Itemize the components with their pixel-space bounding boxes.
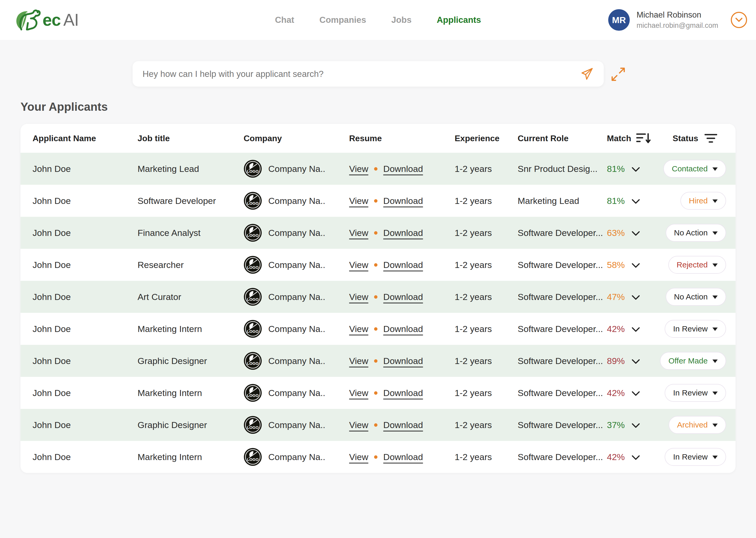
expand-button[interactable]	[611, 67, 625, 81]
col-header-status: Status	[657, 133, 726, 143]
dot-separator-icon	[374, 391, 377, 395]
download-link[interactable]: Download	[383, 420, 423, 430]
status-cell: Archived	[657, 416, 726, 434]
download-link[interactable]: Download	[383, 260, 423, 270]
nav-companies[interactable]: Companies	[319, 15, 366, 25]
download-link[interactable]: Download	[383, 388, 423, 398]
current-role-cell: Marketing Lead	[518, 196, 607, 206]
col-header-match: Match	[607, 133, 657, 144]
view-link[interactable]: View	[349, 388, 368, 398]
avatar[interactable]: MR	[608, 9, 630, 31]
match-chevron-icon[interactable]	[631, 423, 640, 428]
download-link[interactable]: Download	[383, 164, 423, 174]
status-cell: Hired	[657, 192, 726, 210]
match-cell: 89%	[607, 356, 657, 366]
applicant-name-cell: John Doe	[32, 388, 137, 398]
expand-icon	[611, 67, 625, 81]
view-link[interactable]: View	[349, 324, 368, 334]
match-value: 63%	[607, 228, 625, 238]
table-row: John Doe Marketing Intern LOGO Company N…	[21, 441, 735, 473]
match-value: 58%	[607, 260, 625, 270]
table-row: John Doe Graphic Designer LOGO Company N…	[21, 345, 735, 377]
applicants-table: Applicant Name Job title Company Resume …	[21, 124, 735, 473]
profile-menu-button[interactable]	[731, 12, 747, 28]
status-pill[interactable]: In Review	[665, 384, 726, 402]
match-chevron-icon[interactable]	[631, 359, 640, 364]
view-link[interactable]: View	[349, 228, 368, 238]
status-pill[interactable]: Offer Made	[660, 352, 726, 370]
company-name: Company Na..	[268, 324, 325, 334]
match-value: 42%	[607, 388, 625, 398]
view-link[interactable]: View	[349, 260, 368, 270]
applicant-name-cell: John Doe	[32, 228, 137, 238]
download-link[interactable]: Download	[383, 452, 423, 462]
status-pill[interactable]: Rejected	[668, 256, 726, 274]
match-chevron-icon[interactable]	[631, 327, 640, 332]
table-header-row: Applicant Name Job title Company Resume …	[21, 124, 735, 153]
applicant-name-cell: John Doe	[32, 292, 137, 302]
brand-logo[interactable]: ecAI	[14, 0, 79, 40]
view-link[interactable]: View	[349, 356, 368, 366]
status-pill[interactable]: In Review	[665, 448, 726, 466]
status-pill[interactable]: Contacted	[663, 160, 726, 178]
view-link[interactable]: View	[349, 196, 368, 206]
company-logo-icon: LOGO	[243, 160, 262, 178]
status-pill[interactable]: No Action	[666, 288, 726, 306]
view-link[interactable]: View	[349, 420, 368, 430]
status-pill[interactable]: Hired	[680, 192, 726, 210]
match-value: 47%	[607, 292, 625, 302]
match-value: 42%	[607, 452, 625, 462]
match-chevron-icon[interactable]	[631, 199, 640, 204]
match-chevron-icon[interactable]	[631, 167, 640, 172]
current-role-cell: Software Developer...	[518, 356, 607, 366]
status-label: Hired	[689, 196, 708, 205]
match-cell: 42%	[607, 324, 657, 334]
resume-cell: View Download	[349, 228, 455, 238]
applicant-name-cell: John Doe	[32, 324, 137, 334]
current-role-cell: Snr Product Desig...	[518, 164, 607, 174]
match-chevron-icon[interactable]	[631, 295, 640, 300]
download-link[interactable]: Download	[383, 292, 423, 302]
status-pill[interactable]: In Review	[665, 320, 726, 338]
match-chevron-icon[interactable]	[631, 391, 640, 396]
applicant-name-cell: John Doe	[32, 356, 137, 366]
match-chevron-icon[interactable]	[631, 455, 640, 460]
resume-cell: View Download	[349, 420, 455, 430]
status-pill[interactable]: No Action	[666, 224, 726, 242]
job-title-cell: Graphic Designer	[137, 420, 243, 430]
sort-icon[interactable]	[636, 133, 651, 144]
send-button[interactable]	[580, 67, 594, 81]
status-cell: No Action	[657, 288, 726, 306]
applicant-name-cell: John Doe	[32, 452, 137, 462]
status-cell: No Action	[657, 224, 726, 242]
job-title-cell: Software Developer	[137, 196, 243, 206]
nav-applicants[interactable]: Applicants	[437, 15, 481, 25]
download-link[interactable]: Download	[383, 324, 423, 334]
company-cell: LOGO Company Na..	[243, 256, 349, 274]
status-cell: Rejected	[657, 256, 726, 274]
experience-cell: 1-2 years	[455, 196, 518, 206]
download-link[interactable]: Download	[383, 196, 423, 206]
match-chevron-icon[interactable]	[631, 263, 640, 268]
svg-text:LOGO: LOGO	[247, 265, 258, 270]
dot-separator-icon	[374, 359, 377, 363]
view-link[interactable]: View	[349, 452, 368, 462]
job-title-cell: Art Curator	[137, 292, 243, 302]
company-logo-icon: LOGO	[243, 191, 262, 210]
nav-chat[interactable]: Chat	[275, 15, 294, 25]
filter-icon[interactable]	[705, 133, 717, 143]
resume-cell: View Download	[349, 260, 455, 270]
assistant-input[interactable]	[133, 61, 580, 86]
download-link[interactable]: Download	[383, 228, 423, 238]
nav-jobs[interactable]: Jobs	[391, 15, 411, 25]
view-link[interactable]: View	[349, 164, 368, 174]
company-name: Company Na..	[268, 196, 325, 206]
download-link[interactable]: Download	[383, 356, 423, 366]
view-link[interactable]: View	[349, 292, 368, 302]
match-chevron-icon[interactable]	[631, 231, 640, 236]
status-pill[interactable]: Archived	[669, 416, 726, 434]
profile-area: MR Michael Robinson michael.robin@gmail.…	[608, 0, 747, 40]
status-label: In Review	[673, 453, 708, 461]
svg-text:LOGO: LOGO	[247, 297, 258, 301]
company-cell: LOGO Company Na..	[243, 416, 349, 434]
